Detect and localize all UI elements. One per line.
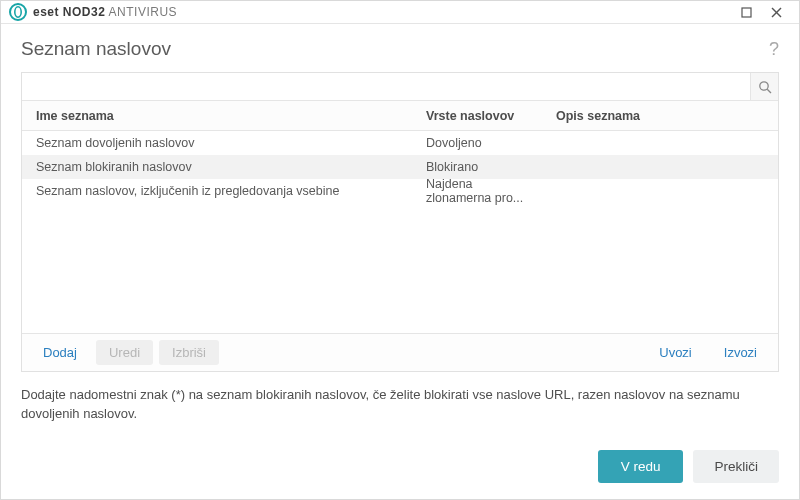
list-panel: Ime seznama Vrste naslovov Opis seznama …: [21, 72, 779, 372]
table-row[interactable]: Seznam dovoljenih naslovov Dovoljeno: [22, 131, 778, 155]
table-row[interactable]: Seznam naslovov, izključenih iz pregledo…: [22, 179, 778, 203]
search-input[interactable]: [22, 75, 750, 98]
import-button[interactable]: Uvozi: [646, 340, 705, 365]
col-header-desc[interactable]: Opis seznama: [542, 109, 778, 123]
table-header: Ime seznama Vrste naslovov Opis seznama: [22, 101, 778, 131]
svg-point-5: [759, 82, 767, 90]
cell-name: Seznam dovoljenih naslovov: [22, 136, 412, 150]
content: Seznam naslovov ? Ime seznama Vrste nasl…: [1, 24, 799, 438]
cell-type: Najdena zlonamerna pro...: [412, 177, 542, 205]
close-icon: [771, 7, 782, 18]
cancel-button[interactable]: Prekliči: [693, 450, 779, 483]
close-button[interactable]: [761, 2, 791, 22]
export-button[interactable]: Izvozi: [711, 340, 770, 365]
table-body: Seznam dovoljenih naslovov Dovoljeno Sez…: [22, 131, 778, 333]
panel-actions: Dodaj Uredi Izbriši Uvozi Izvozi: [22, 333, 778, 371]
maximize-button[interactable]: [731, 2, 761, 22]
ok-button[interactable]: V redu: [598, 450, 684, 483]
cell-name: Seznam naslovov, izključenih iz pregledo…: [22, 184, 412, 198]
cell-type: Blokirano: [412, 160, 542, 174]
delete-button: Izbriši: [159, 340, 219, 365]
add-button[interactable]: Dodaj: [30, 340, 90, 365]
search-button[interactable]: [750, 73, 778, 100]
brand: eset NOD32 ANTIVIRUS: [9, 3, 177, 21]
search-row: [22, 73, 778, 101]
svg-line-6: [767, 89, 771, 93]
svg-rect-2: [742, 8, 751, 17]
svg-point-1: [15, 7, 21, 17]
col-header-name[interactable]: Ime seznama: [22, 109, 412, 123]
footer: V redu Prekliči: [1, 438, 799, 499]
titlebar: eset NOD32 ANTIVIRUS: [1, 1, 799, 24]
hint-text: Dodajte nadomestni znak (*) na seznam bl…: [21, 386, 779, 424]
page-title: Seznam naslovov: [21, 38, 171, 60]
table-row[interactable]: Seznam blokiranih naslovov Blokirano: [22, 155, 778, 179]
window: eset NOD32 ANTIVIRUS Seznam naslovov ?: [0, 0, 800, 500]
heading-row: Seznam naslovov ?: [21, 38, 779, 60]
cell-type: Dovoljeno: [412, 136, 542, 150]
help-button[interactable]: ?: [769, 39, 779, 60]
brand-text: eset NOD32 ANTIVIRUS: [33, 5, 177, 19]
maximize-icon: [741, 7, 752, 18]
eset-logo-icon: [9, 3, 27, 21]
search-icon: [758, 80, 772, 94]
col-header-type[interactable]: Vrste naslovov: [412, 109, 542, 123]
edit-button: Uredi: [96, 340, 153, 365]
cell-name: Seznam blokiranih naslovov: [22, 160, 412, 174]
